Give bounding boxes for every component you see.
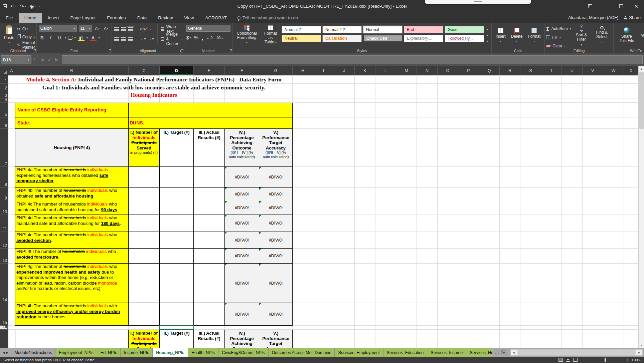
currency-button[interactable]: $	[186, 35, 189, 40]
tell-me-box[interactable]: Tell me what you want to do...	[232, 13, 307, 23]
tab-scroll-right-icon[interactable]: ▶	[6, 351, 9, 354]
row-header-5[interactable]: 5	[0, 103, 8, 117]
decrease-font-button[interactable]: A▼	[103, 25, 110, 32]
column-header-V[interactable]: V	[583, 66, 603, 75]
data-cell-percentage[interactable]: #DIV/0!	[225, 232, 259, 249]
row-header-2[interactable]: 2	[0, 84, 8, 91]
column-header-D[interactable]: D	[160, 66, 194, 75]
row-header-1[interactable]: 1	[0, 75, 8, 84]
new-sheet-button[interactable]: +	[501, 350, 506, 355]
data-cell-percentage[interactable]: #DIV/0!	[225, 264, 259, 303]
scroll-right-icon[interactable]: ▶	[636, 351, 642, 354]
column-header-M[interactable]: M	[396, 66, 417, 75]
autosum-button[interactable]: ΣAutoSum▾	[546, 25, 571, 32]
column-header-C[interactable]: C	[129, 66, 160, 75]
data-cell-actual[interactable]	[194, 215, 225, 232]
conditional-formatting-button[interactable]: ≠ ConditionalFormatting ▾	[234, 24, 260, 46]
row-header-8[interactable]: 8	[0, 167, 8, 188]
style-neutral[interactable]: Neutral	[282, 35, 321, 42]
format-as-table-button[interactable]: Format asTable ▾	[260, 24, 282, 46]
data-cell-percentage[interactable]: #DIV/0!	[225, 188, 259, 201]
fill-color-button[interactable]: ◧	[78, 34, 85, 41]
scroll-up-icon[interactable]: ▲	[639, 66, 644, 72]
data-cell-actual[interactable]	[194, 167, 225, 188]
formula-bar-splitter[interactable]: ⋮	[33, 57, 37, 62]
data-cell-performance[interactable]: #DIV/0!	[259, 167, 293, 188]
orientation-button[interactable]: ab⟋	[140, 27, 148, 31]
minimize-button[interactable]: —	[598, 0, 613, 12]
data-cell-target[interactable]	[160, 167, 194, 188]
vertical-scrollbar[interactable]: ▲ ▼	[638, 66, 644, 348]
data-cell-number-served[interactable]	[129, 232, 160, 249]
sheet-tab-services-employment[interactable]: Services_Employment	[335, 348, 383, 357]
style-gallery-scroll[interactable]: ▲▼⊽	[485, 26, 490, 44]
insert-function-icon[interactable]: fx	[55, 57, 58, 62]
column-header-S[interactable]: S	[520, 66, 541, 75]
data-cell-actual[interactable]	[194, 249, 225, 264]
row-header-16[interactable]: 16	[0, 326, 8, 330]
tab-insert[interactable]: Insert	[42, 13, 65, 23]
zoom-out-icon[interactable]: −	[581, 357, 583, 362]
tab-acrobat[interactable]: ACROBAT	[199, 13, 232, 23]
merge-center-button[interactable]: ↔Merge & Center▾	[161, 35, 183, 43]
number-dialog-launcher[interactable]	[229, 50, 231, 52]
webex-button[interactable]: WebEx▾	[638, 24, 644, 46]
align-right-icon[interactable]	[128, 37, 133, 41]
number-format-select[interactable]: General▾	[186, 25, 230, 32]
tab-review[interactable]: Review	[152, 13, 178, 23]
column-header-Q[interactable]: Q	[479, 66, 500, 75]
sheet-tab-services-income[interactable]: Services_Income	[427, 348, 466, 357]
data-cell-percentage[interactable]: #DIV/0!	[225, 201, 259, 215]
column-header-A[interactable]: A	[8, 66, 15, 75]
name-box[interactable]: D16▾	[1, 55, 31, 64]
increase-indent-icon[interactable]: →≡	[148, 37, 154, 41]
close-button[interactable]: ✕	[629, 0, 644, 12]
horizontal-scrollbar[interactable]: ◀ ▶	[510, 349, 643, 356]
column-header-F[interactable]: F	[225, 66, 259, 75]
row-header-14[interactable]: 14	[0, 264, 8, 303]
style-good[interactable]: Good	[445, 26, 484, 33]
align-left-icon[interactable]	[114, 37, 119, 41]
tab-file[interactable]: File	[0, 13, 19, 23]
style-calculation[interactable]: Calculation	[322, 35, 362, 42]
row-header-6[interactable]: 6	[0, 117, 8, 129]
sheet-tab-income-npis[interactable]: Income_NPIs	[121, 348, 153, 357]
tab-data[interactable]: Data	[132, 13, 153, 23]
column-header-W[interactable]: W	[603, 66, 624, 75]
formula-input[interactable]	[62, 55, 643, 64]
scroll-left-icon[interactable]: ◀	[511, 351, 517, 354]
delete-cells-button[interactable]: Delete▾	[508, 24, 525, 46]
column-header-N[interactable]: N	[417, 66, 438, 75]
alignment-dialog-launcher[interactable]	[180, 50, 183, 52]
font-size-select[interactable]: 11▾	[79, 25, 92, 32]
data-cell-target[interactable]	[160, 232, 194, 249]
row-header-4[interactable]: 4	[0, 98, 8, 103]
column-header-B[interactable]: B	[15, 66, 129, 75]
cut-button[interactable]: ✂Cut	[17, 25, 35, 33]
style-normal-2[interactable]: Normal 2	[282, 26, 321, 33]
data-cell-number-served[interactable]	[129, 201, 160, 215]
style-check-cell[interactable]: Check Cell	[363, 35, 402, 42]
column-header-H[interactable]: H	[293, 66, 313, 75]
column-header-J[interactable]: J	[334, 66, 355, 75]
data-cell-performance[interactable]: #DIV/0!	[259, 201, 293, 215]
row-header-partial[interactable]	[0, 330, 8, 348]
align-bottom-icon[interactable]	[128, 27, 133, 31]
decrease-indent-icon[interactable]: ←≡	[140, 37, 146, 41]
sheet-tab-employment-npis[interactable]: Employment_NPIs	[55, 348, 97, 357]
data-cell-percentage[interactable]: #DIV/0!	[225, 249, 259, 264]
data-cell-number-served[interactable]	[129, 215, 160, 232]
data-cell-actual[interactable]	[194, 201, 225, 215]
data-cell-performance[interactable]: #DIV/0!	[259, 215, 293, 232]
data-cell-performance[interactable]: #DIV/0!	[259, 188, 293, 201]
column-header-L[interactable]: L	[375, 66, 396, 75]
share-button[interactable]: Share	[624, 15, 641, 20]
decrease-decimal-button[interactable]: .00→	[216, 36, 224, 40]
sheet-tab-civiceng-comm-npis[interactable]: CivicEng&Comm_NPIs	[218, 348, 269, 357]
paste-button[interactable]: Paste▾	[1, 24, 17, 46]
column-header-E[interactable]: E	[194, 66, 225, 75]
underline-button[interactable]: U	[56, 34, 63, 41]
select-all-corner[interactable]	[0, 66, 8, 75]
sheet-tab-services-housing[interactable]: Services_Housing	[466, 348, 492, 357]
row-header-13[interactable]: 13	[0, 249, 8, 264]
